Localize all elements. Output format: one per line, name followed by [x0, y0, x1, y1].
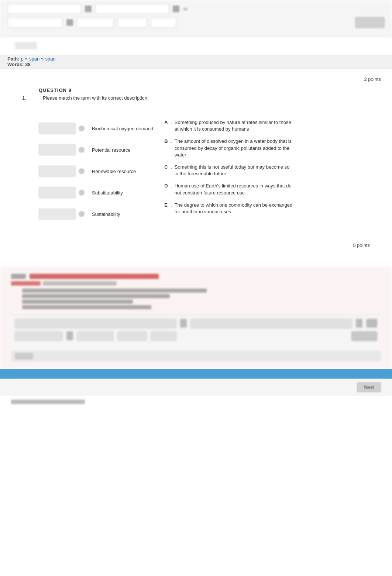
term-1: Biochemical oxygen demand: [92, 119, 153, 138]
desc-a: A . Something produced by nature at rate…: [164, 119, 293, 132]
next-button[interactable]: Next: [357, 382, 381, 392]
term-5: Sustainability: [92, 205, 153, 223]
desc-e: E . The degree to which one commodity ca…: [164, 202, 293, 215]
drag-box-5[interactable]: [39, 205, 85, 223]
top-toolbar: xx: [0, 0, 392, 37]
path-area: Path: p » span » span Words: 38: [0, 55, 392, 69]
drag-targets: [39, 119, 85, 226]
drag-placeholder-3: [39, 166, 76, 177]
drag-dot-3: [79, 168, 85, 174]
toolbar-select-2: [117, 17, 147, 28]
word-count-area: [0, 37, 392, 55]
desc-text-e: The degree to which one commodity can be…: [175, 202, 293, 215]
points-badge: 2 points: [364, 76, 381, 82]
desc-dot-d: .: [171, 183, 172, 196]
desc-letter-b: B: [164, 138, 170, 158]
toolbar-input-2: [95, 4, 169, 14]
drag-placeholder-1: [39, 123, 76, 134]
descriptions-list: A . Something produced by nature at rate…: [164, 119, 293, 226]
matching-container: Biochemical oxygen demand Potential reso…: [39, 119, 381, 226]
desc-dot-b: .: [171, 138, 172, 158]
path-span2[interactable]: span: [45, 56, 55, 62]
word-count-blurred: [15, 42, 37, 49]
drag-dot-5: [79, 211, 85, 217]
words-label: Words:: [7, 62, 24, 67]
desc-text-a: Something produced by nature at rates si…: [175, 119, 293, 132]
bottom-path-bar: [0, 369, 392, 379]
term-3: Renewable resource: [92, 162, 153, 180]
path-p[interactable]: p: [21, 56, 24, 62]
desc-dot-e: .: [171, 202, 172, 215]
drag-placeholder-2: [39, 144, 76, 155]
words-count-row: Words: 38: [7, 62, 385, 67]
desc-dot-c: .: [171, 164, 172, 177]
term-4: Substitutability: [92, 183, 153, 202]
desc-text-b: The amount of dissolved oxygen in a wate…: [175, 138, 293, 158]
drag-dot-2: [79, 147, 85, 153]
drag-box-3[interactable]: [39, 162, 85, 180]
desc-letter-a: A: [164, 119, 170, 132]
desc-b: B . The amount of dissolved oxygen in a …: [164, 138, 293, 158]
desc-text-d: Human use of Earth's limited resources i…: [175, 183, 293, 196]
words-count: 38: [25, 62, 30, 67]
desc-letter-e: E: [164, 202, 170, 215]
path-label: Path:: [7, 56, 20, 62]
next-question-blurred: [0, 266, 392, 369]
drag-dot-4: [79, 190, 85, 196]
question-list-num: 1.: [22, 95, 26, 101]
desc-letter-d: D: [164, 183, 170, 196]
desc-letter-c: C: [164, 164, 170, 177]
toolbar-select-3: [151, 17, 176, 28]
toolbar-big-button: [355, 17, 385, 28]
matching-question-area: QUESTION 9 1. Please match the term with…: [11, 87, 381, 235]
question-header: QUESTION 9: [39, 87, 381, 93]
desc-d: D . Human use of Earth's limited resourc…: [164, 183, 293, 196]
bottom-nav: Next: [0, 379, 392, 396]
path-arrow-1: »: [25, 56, 28, 62]
drag-dot-1: [79, 125, 85, 131]
drag-box-4[interactable]: [39, 183, 85, 202]
path-span1[interactable]: span: [29, 56, 39, 62]
term-2: Potential resource: [92, 141, 153, 159]
drag-placeholder-5: [39, 208, 76, 220]
bottom-footer: [0, 396, 392, 408]
question-instruction: Please match the term with its correct d…: [43, 95, 149, 101]
toolbar-input-1: [7, 4, 81, 14]
path-arrow-2: »: [41, 56, 44, 62]
toolbar-select: [77, 17, 114, 28]
desc-c: C . Something this is not useful today b…: [164, 164, 293, 177]
drag-placeholder-4: [39, 187, 76, 198]
desc-dot-a: .: [171, 119, 172, 132]
breadcrumb: Path: p » span » span: [7, 56, 385, 62]
desc-text-c: Something this is not useful today but m…: [175, 164, 293, 177]
main-content: 2 points QUESTION 9 1. Please match the …: [0, 69, 392, 255]
toolbar-input-3: [7, 17, 63, 28]
terms-list: Biochemical oxygen demand Potential reso…: [92, 119, 153, 226]
drag-box-2[interactable]: [39, 141, 85, 159]
drag-box-1[interactable]: [39, 119, 85, 138]
points-bottom: 8 points: [11, 242, 381, 248]
